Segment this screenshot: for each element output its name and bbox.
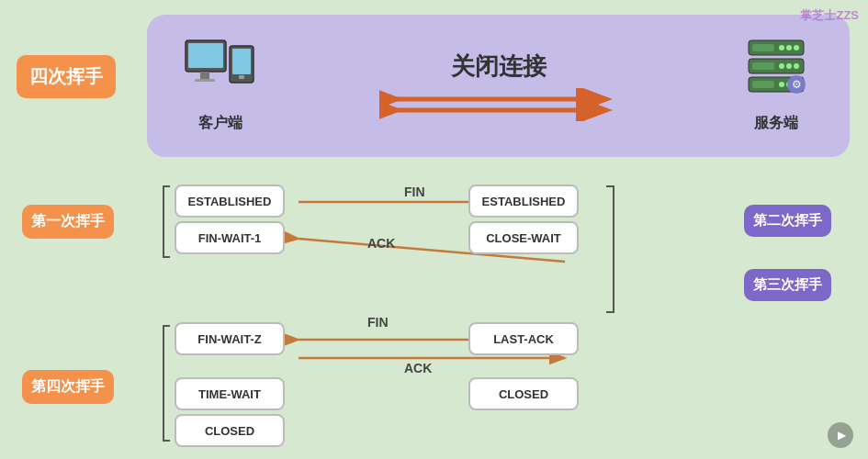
svg-point-17 (779, 63, 784, 69)
state-last-ack: LAST-ACK (468, 322, 579, 355)
svg-point-12 (779, 45, 784, 50)
svg-point-15 (794, 63, 799, 69)
svg-point-16 (786, 63, 792, 69)
client-section: 客户端 (184, 39, 257, 133)
svg-rect-6 (239, 75, 244, 79)
svg-rect-23 (752, 81, 774, 88)
svg-point-22 (779, 82, 784, 87)
svg-rect-5 (232, 49, 251, 74)
server-icon: ⚙ (739, 39, 813, 106)
svg-text:⚙: ⚙ (792, 78, 802, 91)
first-handshake-label: 第一次挥手 (22, 205, 114, 239)
state-established-left: ESTABLISHED (175, 185, 285, 218)
state-close-wait: CLOSE-WAIT (468, 221, 579, 254)
svg-rect-1 (188, 43, 223, 68)
second-handshake-label: 第二次挥手 (744, 205, 831, 237)
svg-point-10 (794, 45, 799, 50)
third-handshake-label: 第三次挥手 (744, 269, 831, 301)
svg-rect-13 (752, 44, 774, 51)
state-established-right: ESTABLISHED (468, 185, 579, 218)
packet-fin2: FIN (367, 315, 389, 330)
svg-point-11 (786, 45, 792, 50)
fourth-handshake-label: 第四次挥手 (22, 370, 114, 404)
packet-ack1: ACK (367, 236, 395, 251)
svg-rect-18 (752, 62, 774, 70)
main-label: 四次挥手 (17, 55, 116, 98)
state-time-wait: TIME-WAIT (175, 377, 285, 410)
packet-fin1: FIN (404, 185, 425, 199)
state-closed-right: CLOSED (468, 377, 579, 410)
state-fin-wait-2: FIN-WAIT-Z (175, 322, 285, 355)
client-label: 客户端 (198, 114, 242, 133)
top-section: 客户端 关闭连接 (147, 15, 850, 157)
diagram: FIN ACK FIN ACK ESTABLISHED FIN-WAIT-1 F… (18, 170, 850, 450)
server-label: 服务端 (754, 114, 798, 133)
client-icon (184, 39, 257, 106)
svg-rect-3 (195, 79, 215, 82)
watermark: 掌芝士ZZS (800, 7, 859, 24)
server-section: ⚙ 服务端 (739, 39, 813, 133)
connection-title: 关闭连接 (451, 50, 547, 83)
state-closed-left: CLOSED (175, 414, 285, 447)
svg-rect-2 (200, 72, 209, 79)
play-button[interactable] (828, 422, 853, 448)
packet-ack2: ACK (404, 361, 432, 375)
state-fin-wait-1: FIN-WAIT-1 (175, 221, 285, 254)
